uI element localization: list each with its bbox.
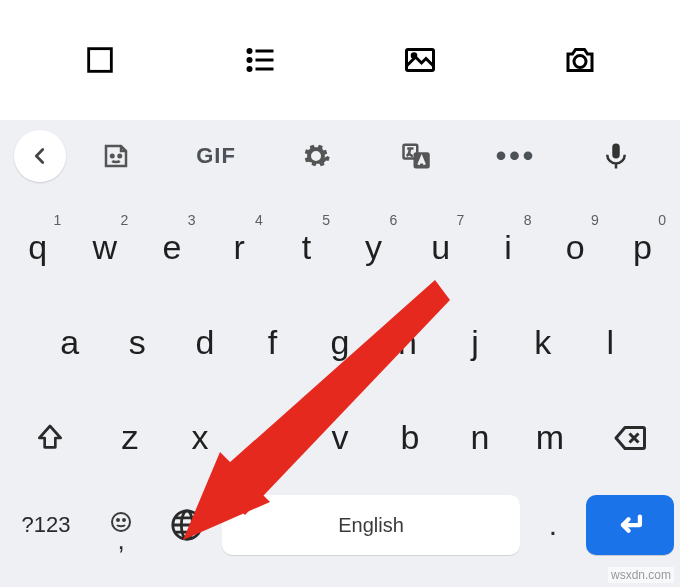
key-n[interactable]: n	[445, 400, 515, 475]
key-e[interactable]: 3e	[138, 210, 205, 285]
svg-rect-0	[89, 49, 112, 72]
sticker-icon[interactable]	[66, 141, 166, 171]
mic-icon[interactable]	[566, 141, 666, 171]
key-row-2: asdfghjkl	[0, 295, 680, 390]
key-s[interactable]: s	[104, 305, 172, 380]
svg-rect-4	[256, 50, 274, 53]
key-f[interactable]: f	[239, 305, 307, 380]
emoji-key[interactable]: ,	[90, 493, 152, 557]
key-row-4: ?123 , English .	[0, 485, 680, 569]
key-i[interactable]: 8i	[474, 210, 541, 285]
key-x[interactable]: x	[165, 400, 235, 475]
svg-rect-6	[256, 68, 274, 71]
svg-point-1	[247, 48, 253, 54]
key-row-1: 1q2w3e4r5t6y7u8i9o0p	[0, 200, 680, 295]
suggestion-back-button[interactable]	[14, 130, 66, 182]
svg-point-8	[412, 54, 416, 58]
svg-rect-5	[256, 59, 274, 62]
svg-rect-14	[612, 144, 620, 159]
list-icon[interactable]	[240, 40, 280, 80]
key-r[interactable]: 4r	[206, 210, 273, 285]
square-icon[interactable]	[80, 40, 120, 80]
key-row-3: zxcvbnm	[0, 390, 680, 485]
translate-icon[interactable]	[366, 141, 466, 171]
space-key[interactable]: English	[222, 495, 520, 555]
svg-point-10	[111, 155, 114, 158]
key-u[interactable]: 7u	[407, 210, 474, 285]
backspace-key[interactable]	[585, 400, 676, 475]
key-h[interactable]: h	[374, 305, 442, 380]
svg-point-11	[119, 155, 122, 158]
key-o[interactable]: 9o	[542, 210, 609, 285]
enter-key[interactable]	[586, 495, 674, 555]
key-y[interactable]: 6y	[340, 210, 407, 285]
shift-key[interactable]	[4, 400, 95, 475]
key-b[interactable]: b	[375, 400, 445, 475]
gear-icon[interactable]	[266, 141, 366, 171]
key-p[interactable]: 0p	[609, 210, 676, 285]
key-d[interactable]: d	[171, 305, 239, 380]
key-v[interactable]: v	[305, 400, 375, 475]
more-button[interactable]: •••	[466, 139, 566, 173]
key-t[interactable]: 5t	[273, 210, 340, 285]
key-c[interactable]: c	[235, 400, 305, 475]
key-z[interactable]: z	[95, 400, 165, 475]
gif-button[interactable]: GIF	[166, 143, 266, 169]
key-g[interactable]: g	[306, 305, 374, 380]
key-w[interactable]: 2w	[71, 210, 138, 285]
svg-point-3	[247, 66, 253, 72]
svg-point-9	[574, 56, 586, 68]
keyboard: 1q2w3e4r5t6y7u8i9o0p asdfghjkl zxcvbnm ?…	[0, 192, 680, 587]
key-a[interactable]: a	[36, 305, 104, 380]
globe-key[interactable]	[156, 493, 218, 557]
watermark: wsxdn.com	[608, 567, 674, 583]
composer-toolbar	[0, 0, 680, 120]
key-j[interactable]: j	[441, 305, 509, 380]
symbols-key[interactable]: ?123	[6, 493, 86, 557]
keyboard-suggestion-row: GIF •••	[0, 120, 680, 192]
image-icon[interactable]	[400, 40, 440, 80]
svg-point-2	[247, 57, 253, 63]
period-key[interactable]: .	[524, 493, 582, 557]
key-m[interactable]: m	[515, 400, 585, 475]
camera-icon[interactable]	[560, 40, 600, 80]
svg-point-17	[123, 519, 125, 521]
key-k[interactable]: k	[509, 305, 577, 380]
key-l[interactable]: l	[576, 305, 644, 380]
key-q[interactable]: 1q	[4, 210, 71, 285]
svg-point-16	[117, 519, 119, 521]
